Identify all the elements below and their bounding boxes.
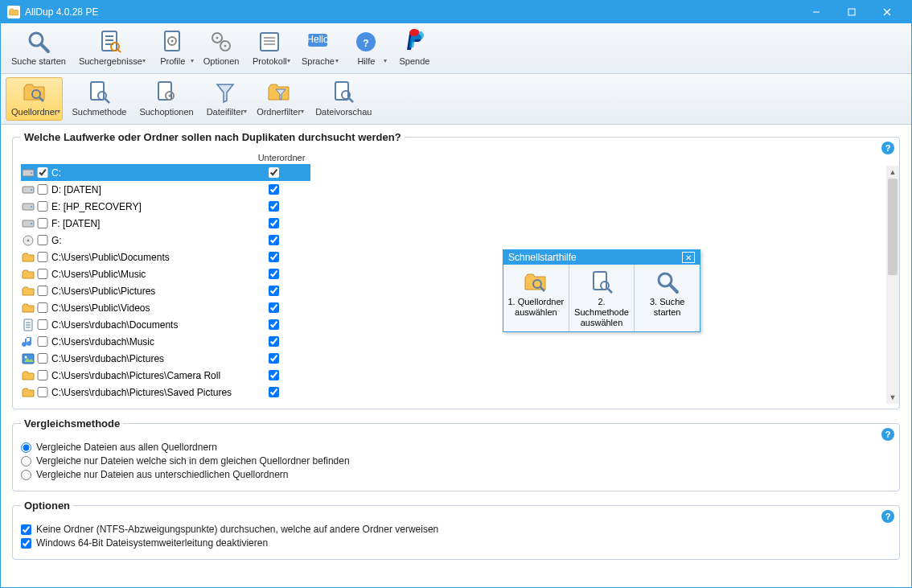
- option-checkbox[interactable]: [21, 538, 31, 549]
- lang-button[interactable]: Sprache▾: [294, 27, 341, 70]
- pic-icon: [21, 352, 35, 365]
- compare-radio[interactable]: [21, 442, 31, 453]
- compare-radio[interactable]: [21, 456, 31, 467]
- folder-checkbox[interactable]: [37, 235, 48, 245]
- subfolder-checkbox[interactable]: [269, 167, 279, 178]
- chevron-down-icon: ▾: [191, 57, 194, 64]
- protocol-button[interactable]: Protokoll▾: [246, 27, 293, 70]
- folder-row[interactable]: C:\Users\Public\Pictures: [21, 282, 310, 299]
- folder-row[interactable]: C:\Users\rdubach\Pictures\Camera Roll: [21, 367, 310, 384]
- compare-radio[interactable]: [21, 470, 31, 480]
- folder-checkbox[interactable]: [37, 336, 48, 347]
- folder-checkbox[interactable]: [37, 252, 48, 262]
- options-legend: Optionen: [21, 500, 73, 512]
- folder-checkbox[interactable]: [37, 167, 48, 178]
- folder-row[interactable]: C:\Users\rdubach\Pictures\Saved Pictures: [21, 384, 310, 401]
- subfolder-checkbox[interactable]: [269, 201, 279, 212]
- method-button[interactable]: Suchmethode: [66, 77, 132, 121]
- ribbon-sub: Quellordner▾SuchmethodeSuchoptionenDatei…: [1, 74, 911, 125]
- folder-path: C:\Users\Public\Music: [48, 269, 248, 280]
- page-mag-icon: [589, 269, 614, 295]
- chevron-down-icon: ▾: [301, 108, 304, 115]
- subfolder-checkbox[interactable]: [269, 370, 279, 380]
- subfolder-checkbox[interactable]: [269, 319, 279, 330]
- folder-checkbox[interactable]: [37, 302, 48, 313]
- folder-checkbox[interactable]: [37, 319, 48, 330]
- scroll-thumb[interactable]: [888, 179, 898, 275]
- button-label: Ordnerfilter: [257, 107, 301, 117]
- folder-row[interactable]: D: [DATEN]: [21, 181, 310, 198]
- svg-rect-45: [848, 9, 855, 15]
- subfolder-checkbox[interactable]: [269, 269, 279, 279]
- subfolder-checkbox[interactable]: [269, 336, 279, 347]
- folder-checkbox[interactable]: [37, 353, 48, 364]
- folder-checkbox[interactable]: [37, 286, 48, 296]
- results-button[interactable]: Suchergebnisse▾: [73, 27, 148, 70]
- folderfilt-button[interactable]: Ordnerfilter▾: [251, 77, 306, 121]
- folder-row[interactable]: C:: [21, 164, 310, 181]
- folder-checkbox[interactable]: [37, 387, 48, 397]
- profile-button[interactable]: Profile▾: [150, 27, 196, 70]
- scrollbar[interactable]: ▲ ▼: [886, 166, 899, 404]
- subfolder-checkbox[interactable]: [269, 235, 279, 245]
- folder-row[interactable]: C:\Users\Public\Music: [21, 265, 310, 282]
- folder-checkbox[interactable]: [37, 269, 48, 279]
- subfolder-checkbox[interactable]: [269, 387, 279, 397]
- folder-row[interactable]: C:\Users\Public\Videos: [21, 299, 310, 316]
- folder-row[interactable]: G:: [21, 232, 310, 249]
- searchopt-button[interactable]: Suchoptionen: [134, 77, 199, 121]
- help-icon[interactable]: ?: [881, 142, 894, 154]
- subfolder-checkbox[interactable]: [269, 286, 279, 296]
- folder-row[interactable]: C:\Users\rdubach\Pictures: [21, 350, 310, 367]
- scroll-down-icon[interactable]: ▼: [886, 391, 899, 404]
- filefilt-button[interactable]: Dateifilter▾: [201, 77, 249, 121]
- folder-path: C:\Users\rdubach\Documents: [48, 319, 248, 331]
- options-button[interactable]: Optionen: [198, 27, 245, 70]
- quickstart-step-label: 2. Suchmethode auswählen: [571, 297, 633, 328]
- subfolder-checkbox[interactable]: [269, 184, 279, 195]
- help-button[interactable]: Hilfe▾: [343, 27, 389, 70]
- quickstart-header[interactable]: Schnellstarthilfe ✕: [503, 250, 700, 265]
- source-folders-legend: Welche Laufwerke oder Ordner sollen nach…: [21, 131, 405, 143]
- folder-checkbox[interactable]: [37, 184, 48, 195]
- folder-path: C:\Users\Public\Documents: [48, 252, 248, 263]
- scroll-up-icon[interactable]: ▲: [886, 166, 899, 179]
- subfolder-checkbox[interactable]: [269, 302, 279, 313]
- donate-button[interactable]: Spende: [391, 27, 438, 70]
- folder-mag-icon: [22, 80, 47, 105]
- help-icon[interactable]: ?: [881, 428, 894, 441]
- option-checkbox[interactable]: [21, 524, 31, 535]
- folder-checkbox[interactable]: [37, 218, 48, 228]
- start-button[interactable]: Suche starten: [6, 27, 72, 70]
- subfolder-checkbox[interactable]: [269, 252, 279, 262]
- folder-mag-icon: [523, 269, 548, 295]
- quickstart-step[interactable]: 2. Suchmethode auswählen: [569, 265, 635, 331]
- scroll-track[interactable]: [886, 179, 899, 391]
- folder-path: C:\Users\Public\Pictures: [48, 286, 248, 297]
- preview-button[interactable]: Dateivorschau: [310, 77, 377, 121]
- quickstart-step[interactable]: 1. Quellordner auswählen: [503, 265, 569, 331]
- folder-row[interactable]: C:\Users\rdubach\Documents: [21, 316, 310, 333]
- subfolder-checkbox[interactable]: [269, 218, 279, 228]
- quickstart-panel[interactable]: Schnellstarthilfe ✕ 1. Quellordner auswä…: [503, 249, 700, 332]
- folder-checkbox[interactable]: [37, 370, 48, 380]
- folder-row[interactable]: F: [DATEN]: [21, 215, 310, 232]
- folder-path: G:: [48, 235, 248, 246]
- quickstart-step-label: 3. Suche starten: [636, 297, 698, 318]
- folder-row[interactable]: E: [HP_RECOVERY]: [21, 198, 310, 215]
- close-button[interactable]: [869, 1, 905, 23]
- minimize-button[interactable]: [799, 1, 834, 23]
- folder-row[interactable]: C:\Users\Public\Documents: [21, 249, 310, 265]
- magnifier-icon: [26, 29, 51, 55]
- quickstart-step-label: 1. Quellordner auswählen: [505, 297, 567, 318]
- folder-checkbox[interactable]: [37, 201, 48, 212]
- srcfolder-button[interactable]: Quellordner▾: [6, 77, 63, 121]
- quickstart-close-icon[interactable]: ✕: [682, 252, 695, 263]
- drive-icon: [21, 183, 35, 196]
- quickstart-step[interactable]: 3. Suche starten: [635, 265, 700, 331]
- folder-row[interactable]: C:\Users\rdubach\Music: [21, 333, 310, 350]
- maximize-button[interactable]: [834, 1, 869, 23]
- titlebar: AllDup 4.0.28 PE: [1, 1, 911, 23]
- subfolder-checkbox[interactable]: [269, 353, 279, 364]
- help-icon[interactable]: ?: [881, 510, 894, 523]
